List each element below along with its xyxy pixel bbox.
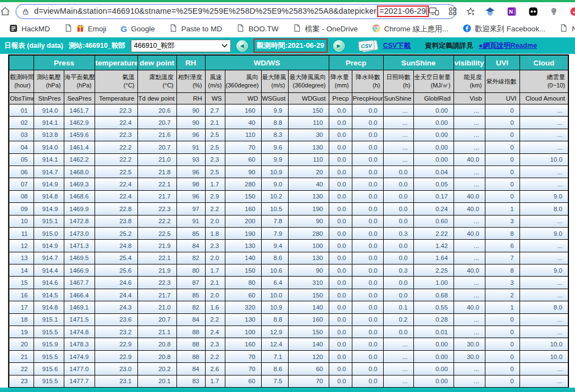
table-cell: 91 [176, 141, 205, 153]
table-cell: 24.4 [95, 289, 137, 301]
definition-note: 資料定義請詳見 [425, 41, 473, 51]
column-zh-header: 海平面氣壓(hPa) [64, 70, 95, 93]
column-zh-header: 最大陣風(m/s) [261, 70, 288, 93]
extension-icons [485, 7, 575, 16]
table-cell: 8 [485, 227, 519, 239]
table-cell: 0.00 [413, 363, 454, 375]
table-cell: 40 [288, 178, 329, 190]
bookmark-item[interactable]: Chrome 線上應用... [365, 24, 456, 34]
table-cell: ... [519, 240, 568, 252]
next-day-button[interactable]: ▶ [333, 40, 345, 52]
table-cell: 120 [288, 350, 329, 362]
table-cell: 1469.1 [64, 301, 95, 313]
table-cell: 16 [9, 289, 34, 301]
table-cell: ... [454, 141, 485, 153]
table-cell: 84 [176, 240, 205, 252]
table-row: 16914.51466.424.421.7852.06010.01500.00.… [9, 289, 568, 301]
bookmark-item[interactable]: 歡迎來到 Facebook... [456, 24, 552, 34]
page-icon [236, 24, 245, 34]
prev-day-button[interactable]: ◀ [236, 40, 248, 52]
bookmark-item[interactable]: Paste to MD [162, 24, 229, 34]
column-zh-header: 觀測時間(hour) [9, 70, 34, 93]
table-cell: ... [383, 375, 413, 387]
table-cell: 915.0 [34, 227, 64, 239]
table-cell: 90 [225, 165, 261, 178]
table-cell: 21.6 [137, 129, 176, 141]
table-cell: 8.8 [261, 313, 288, 325]
bulb-ext-icon[interactable] [550, 7, 557, 16]
table-cell: 1.7 [205, 264, 225, 277]
english-header-row: ObsTimeStnPresSeaPresTemperatureTd dew p… [9, 93, 568, 104]
devices-icon[interactable] [429, 7, 439, 15]
bookmark-item[interactable]: NCKU, 國立成功大... [552, 24, 575, 34]
table-cell: 20 [288, 165, 329, 178]
table-cell: 0.00 [413, 104, 454, 117]
bookmark-item[interactable]: Emoji [57, 24, 114, 34]
column-zh-header: 降水量(mm) [329, 70, 352, 93]
table-cell: 0.0 [352, 165, 383, 178]
diamond-ext-icon[interactable] [485, 7, 495, 16]
table-cell: 0 [485, 350, 519, 362]
table-cell: ... [454, 326, 485, 338]
table-cell: 3 [485, 215, 519, 227]
table-cell: 1.42 [413, 240, 454, 252]
table-cell: 20.8 [137, 338, 176, 350]
table-cell: 0.0 [352, 338, 383, 350]
table-cell: 0 [485, 363, 519, 375]
table-cell: 90 [288, 215, 329, 227]
table-cell: 8.0 [519, 203, 568, 215]
column-zh-header: 紫外線指數 [485, 70, 519, 93]
lock-icon[interactable] [22, 8, 29, 15]
onenote-ext-icon[interactable] [507, 7, 516, 16]
csv-download-link[interactable]: CSV下載 [383, 41, 411, 51]
table-cell: 0.0 [383, 289, 413, 301]
table-cell: 914.0 [34, 104, 64, 117]
readme-link[interactable]: ●網頁說明Readme [479, 41, 537, 51]
table-row: 06914.71468.022.521.8962.59010.9200.00.0… [9, 165, 568, 178]
table-cell: ... [383, 104, 413, 117]
table-cell: 93 [176, 153, 205, 165]
dots-ext-icon[interactable] [529, 7, 538, 16]
table-cell: ... [519, 117, 568, 129]
table-cell: 80 [176, 264, 205, 277]
bookmark-item[interactable]: 檔案 - OneDrive [286, 24, 365, 34]
red-ext-icon[interactable] [570, 7, 575, 16]
table-cell: 17 [9, 301, 34, 313]
grid-icon[interactable] [449, 7, 457, 15]
table-cell: 914.7 [34, 165, 64, 178]
table-cell: 20.7 [137, 117, 176, 129]
table-cell: 1.8 [205, 227, 225, 239]
bookmark-item[interactable]: BOO.TW [229, 24, 286, 34]
bookmark-item[interactable]: HackMD [2, 24, 57, 34]
table-cell: 23.2 [95, 326, 137, 338]
url-text: d=viewMain&station=466910&stname=%25E9%2… [34, 5, 429, 17]
table-cell: 18 [9, 313, 34, 325]
table-cell: 0.60 [413, 215, 454, 227]
table-row: 18915.11471.523.620.7842.21308.81600.00.… [9, 313, 568, 325]
table-cell: 0.68 [413, 289, 454, 301]
station-select[interactable]: 466910_鞍部 [131, 40, 231, 52]
home-icon[interactable] [0, 6, 10, 17]
table-cell: ... [454, 363, 485, 375]
table-cell: 0.0 [329, 313, 352, 325]
table-cell: 22.4 [95, 117, 137, 129]
table-cell: 22 [9, 363, 34, 375]
table-cell: 0 [485, 153, 519, 165]
table-cell: 0.00 [413, 350, 454, 362]
table-cell: 12 [9, 240, 34, 252]
table-cell: 8 [485, 264, 519, 277]
table-cell: 8.8 [261, 117, 288, 129]
table-cell: 1474.9 [64, 350, 95, 362]
star-add-icon[interactable] [466, 7, 475, 16]
table-cell: 1471.3 [64, 240, 95, 252]
url-bar[interactable]: d=viewMain&station=466910&stname=%25E9%2… [15, 4, 456, 19]
table-cell: 0.00 [413, 338, 454, 350]
column-en-header: Temperature [95, 93, 137, 104]
table-cell: 0.0 [329, 252, 352, 264]
table-cell: 1469.5 [64, 252, 95, 264]
table-cell: 190 [225, 227, 261, 239]
bookmark-item[interactable]: GGoogle [114, 25, 162, 34]
csv-icon[interactable]: CSV [358, 40, 378, 52]
table-row: 05914.11462.222.221.0932.3609.91100.00.0… [9, 153, 568, 165]
table-cell: 160 [288, 313, 329, 325]
